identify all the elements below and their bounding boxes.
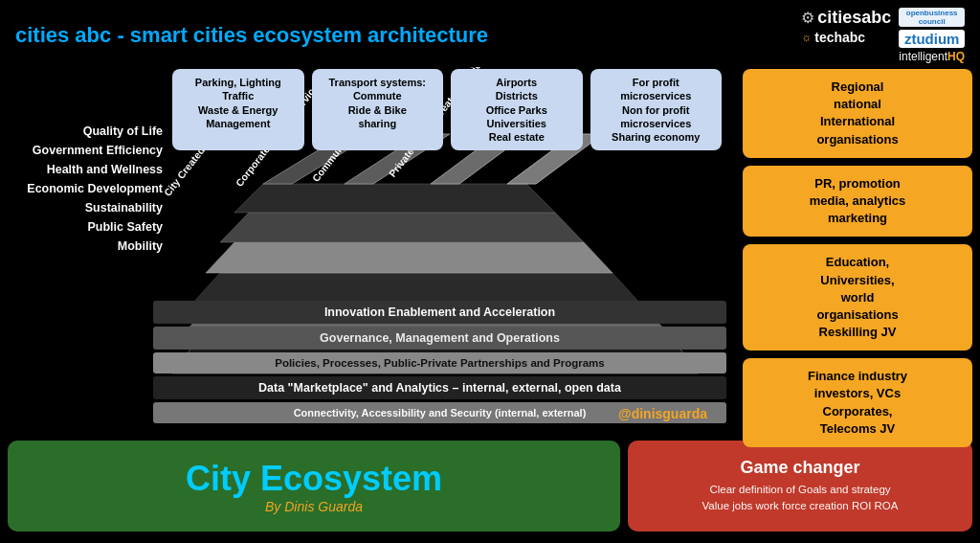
right-boxes-area: RegionalnationalInternationalorganisatio… [743,69,972,447]
logo-row: ⚙ citiesabc ☼ techabc openbusinesscounci… [801,8,965,63]
logos-area: ⚙ citiesabc ☼ techabc openbusinesscounci… [801,8,965,63]
ztudium-label: ztudium [899,30,965,48]
layer-governance: Governance, Management and Operations [153,327,726,350]
citiesabc-label: citiesabc [817,8,891,28]
game-changer-box: Game changer Clear definition of Goals a… [628,441,972,532]
sun-icon: ☼ [801,31,812,44]
label-government: Government Efficiency [33,144,167,157]
label-safety: Public Safety [88,220,168,234]
game-changer-subtitle: Clear definition of Goals and strategy V… [702,482,899,515]
city-ecosystem-subtitle: By Dinis Guarda [265,499,363,514]
label-health: Health and Wellness [47,163,167,176]
label-economic: Economic Development [27,182,167,195]
gear-icon: ⚙ [801,9,814,27]
label-quality: Quality of Life [83,124,167,138]
citiesabc-logo: ⚙ citiesabc ☼ techabc [801,8,891,45]
watermark: @dinisguarda [618,406,707,421]
city-ecosystem-title: City Ecosystem [186,459,442,499]
right-box-education: Education,Universities,worldorganisation… [743,244,972,351]
intelligent-label: intelligentHQ [899,50,965,63]
game-changer-title: Game changer [740,458,859,478]
bottom-area: City Ecosystem By Dinis Guarda Game chan… [0,436,980,536]
svg-marker-3 [206,242,612,273]
techabc-label: techabc [814,30,865,45]
layer-data: Data "Marketplace" and Analytics – inter… [153,376,726,399]
page-title: cities abc - smart cities ecosystem arch… [15,23,488,48]
city-ecosystem-box: City Ecosystem By Dinis Guarda [8,441,620,532]
main-area: Parking, LightingTrafficWaste & EnergyMa… [0,67,980,536]
top-box-microservices: For profitmicroservicesNon for profitmic… [590,69,723,150]
top-service-boxes: Parking, LightingTrafficWaste & EnergyMa… [172,69,722,150]
right-box-pr: PR, promotionmedia, analyticsmarketing [743,166,972,238]
right-box-finance: Finance industryinvestors, VCsCorporates… [743,358,972,447]
top-box-transport: Transport systems:CommuteRide & Bikeshar… [312,69,444,150]
header: cities abc - smart cities ecosystem arch… [0,0,980,67]
layer-innovation: Innovation Enablement and Acceleration [153,301,726,324]
top-box-airports: AirportsDistrictsOffice ParksUniversitie… [451,69,583,150]
layer-policies: Policies, Processes, Public-Private Part… [153,352,726,373]
svg-marker-4 [220,213,584,242]
obc-top: openbusinesscouncil [899,8,965,27]
label-sustainability: Sustainability [85,201,167,215]
left-labels-area: Quality of Life Government Efficiency He… [0,124,167,253]
top-box-parking: Parking, LightingTrafficWaste & EnergyMa… [172,69,304,150]
obc-logo: openbusinesscouncil ztudium intelligentH… [899,8,965,63]
right-box-regional: RegionalnationalInternationalorganisatio… [743,69,972,158]
svg-marker-5 [234,184,555,213]
label-mobility: Mobility [118,239,167,253]
